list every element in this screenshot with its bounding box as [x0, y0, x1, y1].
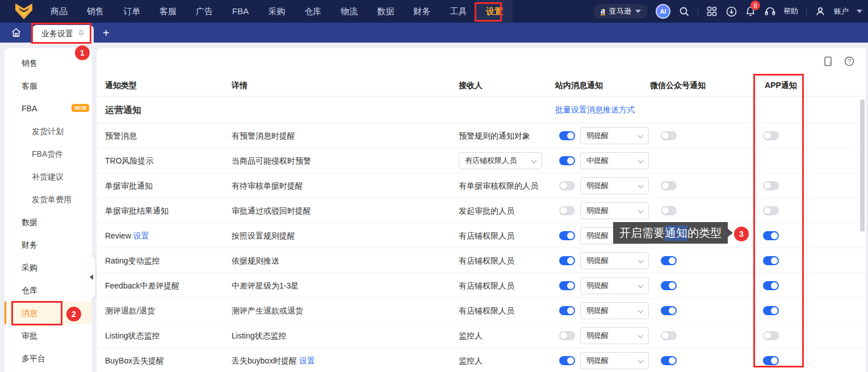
remind-level-select[interactable]: 弱提醒 [580, 177, 649, 194]
remind-level-select[interactable]: 弱提醒 [580, 252, 649, 269]
table-row-3: 单据审批结果通知审批通过或驳回时提醒发起审批的人员弱提醒 [97, 198, 866, 223]
site-message-toggle-off[interactable] [559, 206, 575, 215]
receiver: 有店铺权限人员 [459, 273, 514, 298]
column-header-0: 通知类型 [105, 77, 137, 97]
column-header-4: 微信公众号通知 [650, 77, 706, 97]
help-link[interactable]: 帮助 [783, 6, 798, 16]
site-message-toggle-on[interactable] [559, 256, 575, 265]
store-selector[interactable]: a 亚马逊 [594, 4, 648, 19]
site-message-toggle-on[interactable] [559, 131, 575, 140]
nav-item-10[interactable]: 财务 [404, 0, 440, 23]
remind-level-select[interactable]: 中提醒 [580, 152, 649, 169]
brand-fox-logo-icon[interactable] [9, 0, 39, 23]
search-icon[interactable] [678, 6, 690, 17]
wechat-toggle-on[interactable] [661, 306, 677, 315]
remind-level-select[interactable]: 弱提醒 [580, 352, 649, 369]
download-icon[interactable] [726, 6, 737, 17]
site-message-toggle-off[interactable] [559, 181, 575, 190]
nav-item-3[interactable]: 客服 [150, 0, 186, 23]
notify-type-settings-link[interactable]: 设置 [133, 231, 149, 240]
sidebar-collapse-handle[interactable] [87, 256, 95, 299]
notify-type: Rating变动监控 [105, 248, 160, 273]
remind-level-select[interactable]: 弱提醒 [580, 277, 649, 294]
nav-item-5[interactable]: FBA [223, 0, 258, 23]
notify-type-text: Listing状态监控 [105, 331, 160, 340]
sidebar-item-9[interactable]: 采购 [5, 256, 92, 279]
wechat-toggle-on[interactable] [661, 256, 677, 265]
bulk-push-settings-link[interactable]: 批量设置消息推送方式 [555, 97, 635, 123]
app-toggle-off[interactable] [763, 206, 779, 215]
nav-item-2[interactable]: 订单 [114, 0, 150, 23]
receiver-text: 有单据审核权限的人员 [459, 181, 538, 190]
notify-type-text: 测评退款/退货 [105, 306, 155, 315]
section-title: 运营通知 [105, 97, 141, 123]
receiver-text: 有店铺权限人员 [459, 231, 514, 240]
wechat-toggle-off[interactable] [661, 131, 677, 140]
nav-item-0[interactable]: 商品 [41, 0, 77, 23]
notify-type-text: 单据审批结果通知 [105, 206, 169, 215]
nav-item-12[interactable]: 设置 [476, 0, 513, 23]
receiver: 预警规则的通知对象 [459, 123, 530, 148]
app-toggle-on[interactable] [763, 231, 779, 240]
sidebar-item-8[interactable]: 财务 [5, 233, 92, 256]
sidebar-item-12[interactable]: 审批 [5, 324, 92, 347]
notify-detail-text: 有待审核单据时提醒 [232, 181, 303, 190]
nav-item-6[interactable]: 采购 [258, 0, 295, 23]
remind-level-select[interactable]: 弱提醒 [580, 327, 649, 344]
mobile-guide-icon[interactable]: ? [824, 56, 834, 66]
sidebar-item-10[interactable]: 仓库 [5, 279, 92, 302]
pin-icon[interactable] [78, 30, 85, 39]
wechat-toggle-off[interactable] [661, 206, 677, 215]
site-message-toggle-on[interactable] [559, 281, 575, 290]
nav-item-4[interactable]: 广告 [186, 0, 223, 23]
remind-level-select[interactable]: 弱提醒 [580, 302, 649, 319]
remind-level-select[interactable]: 弱提醒 [580, 127, 649, 144]
sidebar-item-1[interactable]: 客服 [5, 74, 92, 97]
account-menu[interactable]: 账户 [834, 6, 849, 16]
site-message-toggle-on[interactable] [559, 356, 575, 365]
app-toggle-on[interactable] [763, 281, 779, 290]
notify-detail-settings-link[interactable]: 设置 [299, 356, 315, 365]
remind-level-select[interactable]: 弱提醒 [580, 202, 649, 219]
new-tab-button[interactable]: + [103, 27, 110, 39]
sidebar-item-6[interactable]: 发货单费用 [5, 188, 92, 211]
help-circle-icon[interactable]: ? [844, 56, 854, 66]
sidebar-item-3[interactable]: 发货计划 [5, 120, 92, 143]
sidebar-item-13[interactable]: 多平台 [5, 347, 92, 370]
receiver-select[interactable]: 有店铺权限人员 [459, 152, 542, 169]
wechat-toggle-on[interactable] [661, 281, 677, 290]
vertical-scrollbar[interactable] [860, 99, 865, 232]
site-message-toggle-on[interactable] [559, 231, 575, 240]
wechat-toggle-on[interactable] [661, 356, 677, 365]
app-toggle-off[interactable] [763, 331, 779, 340]
app-toggle-on[interactable] [763, 356, 779, 365]
wechat-toggle-off[interactable] [661, 181, 677, 190]
site-message-toggle-on[interactable] [559, 156, 575, 165]
ai-assistant-icon[interactable]: AI [656, 4, 670, 19]
apps-grid-icon[interactable] [706, 6, 718, 17]
wechat-toggle-off[interactable] [661, 331, 677, 340]
sidebar-item-7[interactable]: 数据 [5, 211, 92, 233]
notify-type: Feedback中差评提醒 [105, 273, 179, 298]
sidebar-item-4[interactable]: FBA货件 [5, 143, 92, 165]
notify-type: 单据审批结果通知 [105, 198, 169, 223]
nav-item-9[interactable]: 数据 [367, 0, 404, 23]
tab-business-settings[interactable]: 业务设置 [32, 25, 94, 43]
site-message-toggle-off[interactable] [559, 331, 575, 340]
sidebar-item-5[interactable]: 补货建议 [5, 165, 92, 188]
nav-item-7[interactable]: 仓库 [295, 0, 331, 23]
headset-icon[interactable] [764, 6, 775, 17]
app-toggle-off[interactable] [763, 181, 779, 190]
amazon-logo-icon: a [601, 7, 605, 15]
user-icon[interactable] [815, 6, 826, 17]
sidebar-item-2[interactable]: FBANEW [5, 97, 92, 120]
nav-item-11[interactable]: 工具 [440, 0, 476, 23]
app-toggle-off[interactable] [763, 131, 779, 140]
home-icon[interactable] [9, 26, 23, 39]
nav-item-1[interactable]: 销售 [77, 0, 114, 23]
bell-icon[interactable]: 8 [745, 6, 756, 17]
site-message-toggle-on[interactable] [559, 306, 575, 315]
app-toggle-on[interactable] [763, 256, 779, 265]
app-toggle-on[interactable] [763, 306, 779, 315]
nav-item-8[interactable]: 物流 [331, 0, 367, 23]
